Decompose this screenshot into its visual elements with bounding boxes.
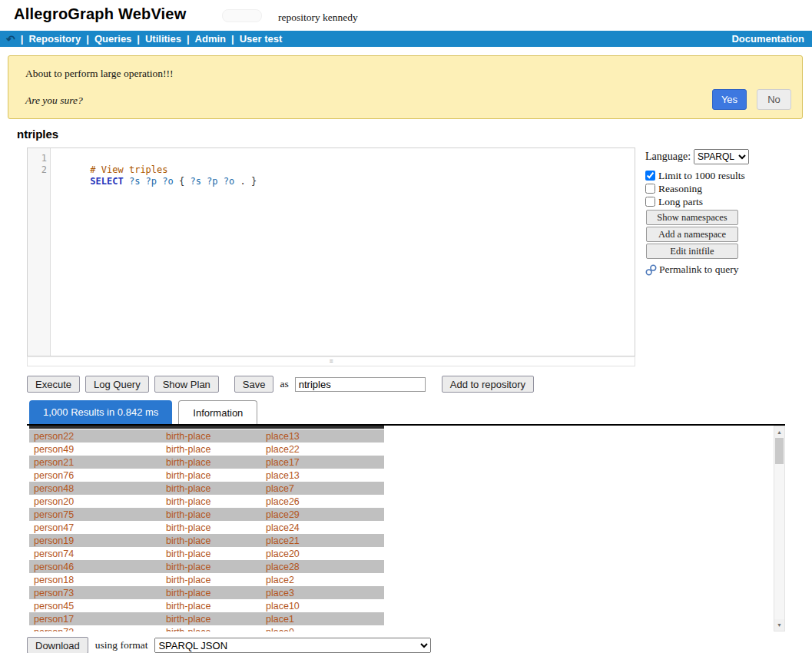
result-value-link[interactable]: person20 (34, 496, 74, 507)
nav-item-documentation[interactable]: Documentation (731, 33, 806, 45)
result-value-link[interactable]: place3 (266, 588, 294, 598)
reasoning-checkbox[interactable] (645, 184, 655, 194)
result-value-link[interactable]: person76 (34, 470, 74, 481)
nav-item-repository[interactable]: Repository (28, 33, 81, 45)
result-value-link[interactable]: birth-place (166, 535, 210, 546)
result-value-link[interactable]: birth-place (166, 575, 210, 585)
format-select[interactable]: SPARQL JSON (154, 638, 431, 653)
code-editor[interactable]: 1# View triples 2SELECT ?s ?p ?o { ?s ?p… (27, 148, 635, 356)
table-row: person46birth-placeplace28 (29, 560, 384, 573)
nav-item-queries[interactable]: Queries (94, 33, 131, 45)
result-value-link[interactable]: place22 (266, 444, 300, 455)
result-value-link[interactable]: birth-place (166, 444, 210, 455)
result-value-link[interactable]: person74 (34, 549, 74, 559)
editor-resize-handle[interactable]: ≡ (27, 356, 635, 366)
result-value-link[interactable]: birth-place (166, 588, 210, 598)
banner-question: Are you sure? (25, 94, 83, 107)
result-value-link[interactable]: place29 (266, 509, 300, 520)
table-row: person20birth-placeplace26 (29, 495, 384, 508)
tab-results[interactable]: 1,000 Results in 0.842 ms (29, 400, 172, 424)
show-plan-button[interactable]: Show Plan (154, 376, 219, 393)
language-select[interactable]: SPARQL (694, 149, 749, 164)
results-scrollbar[interactable]: ▲ ▼ (774, 426, 785, 631)
back-arrow-icon[interactable]: ↶ (6, 34, 15, 45)
result-value-link[interactable]: place28 (266, 562, 300, 572)
result-value-link[interactable]: place13 (266, 431, 300, 442)
scroll-down-button[interactable]: ▼ (774, 619, 784, 631)
result-value-link[interactable]: place21 (266, 535, 300, 546)
tab-information[interactable]: Information (178, 400, 257, 424)
result-value-link[interactable]: person18 (34, 575, 74, 585)
scroll-up-button[interactable]: ▲ (774, 426, 784, 438)
long-parts-checkbox[interactable] (645, 197, 655, 207)
resize-handle-icon: ≡ (329, 357, 333, 365)
result-value-link[interactable]: place26 (266, 496, 300, 507)
result-value-link[interactable]: place13 (266, 470, 300, 481)
result-value-link[interactable]: birth-place (166, 431, 210, 442)
scrollbar-thumb[interactable] (775, 438, 784, 464)
table-row: person18birth-placeplace2 (29, 573, 384, 586)
result-value-link[interactable]: birth-place (166, 496, 210, 507)
result-value-link[interactable]: person46 (34, 562, 74, 572)
table-row: person22birth-placeplace13 (29, 429, 384, 443)
save-button[interactable]: Save (234, 376, 274, 393)
result-value-link[interactable]: birth-place (166, 601, 210, 612)
nav-separator: | (187, 33, 190, 45)
download-button[interactable]: Download (27, 637, 88, 653)
result-value-link[interactable]: birth-place (166, 549, 210, 559)
result-value-link[interactable]: place7 (266, 483, 294, 494)
result-value-link[interactable]: place17 (266, 457, 300, 468)
result-value-link[interactable]: person17 (34, 614, 74, 625)
result-value-link[interactable]: place2 (266, 575, 294, 585)
using-format-label: using format (95, 639, 148, 651)
show-namespaces-button[interactable]: Show namespaces (646, 210, 738, 225)
long-parts-option: Long parts (645, 195, 767, 208)
add-to-repository-button[interactable]: Add to repository (442, 376, 534, 393)
result-value-link[interactable]: birth-place (166, 470, 210, 481)
add-namespace-button[interactable]: Add a namespace (646, 227, 738, 242)
edit-initfile-button[interactable]: Edit initfile (646, 244, 738, 259)
result-value-link[interactable]: birth-place (166, 614, 210, 625)
header: AllegroGraph WebView repository kennedy (0, 0, 812, 31)
result-value-link[interactable]: place10 (266, 601, 300, 612)
nav-item-utilities[interactable]: Utilities (145, 33, 181, 45)
app-title: AllegroGraph WebView (14, 5, 186, 23)
result-value-link[interactable]: place1 (266, 614, 294, 625)
long-parts-label: Long parts (658, 196, 703, 208)
result-value-link[interactable]: person19 (34, 535, 74, 546)
result-value-link[interactable]: birth-place (166, 627, 210, 632)
result-value-link[interactable]: person22 (34, 431, 74, 442)
result-value-link[interactable]: person47 (34, 522, 74, 533)
result-value-link[interactable]: birth-place (166, 522, 210, 533)
results-panel: person22birth-placeplace13person49birth-… (27, 426, 785, 631)
result-value-link[interactable]: person21 (34, 457, 74, 468)
result-value-link[interactable]: person49 (34, 444, 74, 455)
result-value-link[interactable]: birth-place (166, 457, 210, 468)
table-row: person21birth-placeplace17 (29, 456, 384, 469)
result-value-link[interactable]: place0 (266, 627, 294, 632)
table-row: person76birth-placeplace13 (29, 469, 384, 482)
result-value-link[interactable]: person72 (34, 627, 74, 632)
result-value-link[interactable]: person48 (34, 483, 74, 494)
save-as-label: as (280, 378, 288, 390)
yes-button[interactable]: Yes (712, 89, 747, 110)
execute-button[interactable]: Execute (27, 376, 80, 393)
result-value-link[interactable]: person73 (34, 588, 74, 598)
save-name-input[interactable] (295, 377, 426, 392)
log-query-button[interactable]: Log Query (85, 376, 149, 393)
result-value-link[interactable]: place24 (266, 522, 300, 533)
nav-item-user-test[interactable]: User test (240, 33, 283, 45)
nav-separator: | (137, 33, 140, 45)
result-value-link[interactable]: birth-place (166, 509, 210, 520)
confirmation-banner: About to perform large operation!!! Are … (8, 55, 803, 119)
nav-item-admin[interactable]: Admin (195, 33, 226, 45)
limit-results-checkbox[interactable] (645, 171, 655, 181)
result-value-link[interactable]: birth-place (166, 562, 210, 572)
no-button[interactable]: No (757, 89, 791, 110)
code-brace: . } (240, 176, 257, 187)
permalink-to-query-link[interactable]: Permalink to query (645, 264, 767, 276)
result-value-link[interactable]: person75 (34, 509, 74, 520)
result-value-link[interactable]: person45 (34, 601, 74, 612)
result-value-link[interactable]: birth-place (166, 483, 210, 494)
result-value-link[interactable]: place20 (266, 549, 300, 559)
